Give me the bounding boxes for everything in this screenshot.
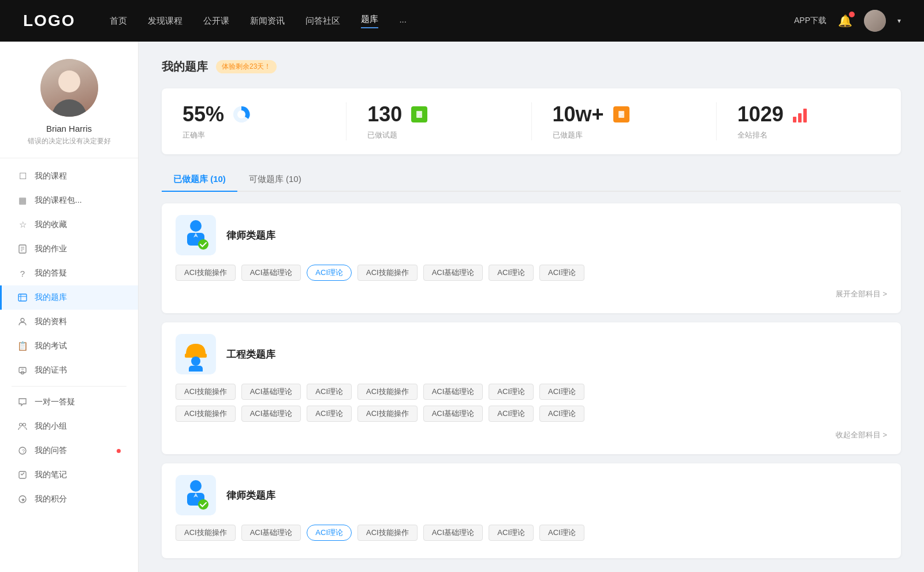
app-download-button[interactable]: APP下载 <box>794 16 826 26</box>
avatar[interactable] <box>864 10 886 32</box>
tag-item[interactable]: ACI理论 <box>539 406 584 422</box>
profile-name: Brian Harris <box>46 124 92 133</box>
tab-available-banks[interactable]: 可做题库 (10) <box>237 168 313 191</box>
logo[interactable]: LOGO <box>23 12 75 30</box>
stat-top: 1029 <box>737 102 811 127</box>
sidebar-item-my-group[interactable]: 我的小组 <box>0 414 138 439</box>
sidebar-item-my-homework[interactable]: 我的作业 <box>0 237 138 261</box>
tag-item[interactable]: ACI理论 <box>539 265 584 281</box>
qbank-header: 律师类题库 <box>176 215 887 255</box>
stat-site-rank: 1029 全站排名 <box>717 102 901 140</box>
svg-point-31 <box>198 239 208 250</box>
sidebar-item-my-favorites[interactable]: ☆ 我的收藏 <box>0 213 138 237</box>
tag-item[interactable]: ACI基础理论 <box>241 525 301 541</box>
nav-qbank[interactable]: 题库 <box>361 14 378 28</box>
tag-item[interactable]: ACI基础理论 <box>423 384 483 400</box>
chevron-down-icon[interactable]: ▾ <box>897 17 901 25</box>
svg-text:★: ★ <box>21 497 25 503</box>
trial-badge: 体验剩余23天！ <box>216 60 277 73</box>
notification-dot <box>117 449 121 453</box>
file-icon: ☐ <box>17 171 28 181</box>
nav-discover[interactable]: 发现课程 <box>148 16 182 27</box>
tag-item-active[interactable]: ACI理论 <box>307 265 352 281</box>
sidebar-item-my-packages[interactable]: ▦ 我的课程包... <box>0 188 138 213</box>
tag-item[interactable]: ACI理论 <box>539 384 584 400</box>
question-circle-icon: ? <box>17 268 28 278</box>
stat-label: 已做试题 <box>367 130 397 140</box>
svg-point-28 <box>190 220 202 232</box>
star-icon: ☆ <box>17 220 28 230</box>
expand-link-1[interactable]: 展开全部科目 > <box>176 287 887 302</box>
tag-item[interactable]: ACI基础理论 <box>241 406 301 422</box>
tag-item[interactable]: ACI技能操作 <box>357 406 418 422</box>
sidebar-item-one-on-one[interactable]: 一对一答疑 <box>0 390 138 414</box>
stat-top: 10w+ <box>553 102 632 127</box>
notification-bell[interactable]: 🔔 <box>838 14 852 28</box>
tag-item[interactable]: ACI技能操作 <box>176 265 236 281</box>
sidebar-item-my-cert[interactable]: 我的证书 <box>0 358 138 382</box>
tag-item-active[interactable]: ACI理论 <box>307 525 352 541</box>
tag-item[interactable]: ACI基础理论 <box>423 406 483 422</box>
tag-item[interactable]: ACI基础理论 <box>241 265 301 281</box>
nav-open-course[interactable]: 公开课 <box>203 16 229 27</box>
tag-item[interactable]: ACI理论 <box>489 384 534 400</box>
tag-item[interactable]: ACI理论 <box>489 265 534 281</box>
stat-top: 130 <box>367 102 430 127</box>
stat-value: 55% <box>182 102 224 127</box>
navbar: LOGO 首页 发现课程 公开课 新闻资讯 问答社区 题库 ··· APP下载 … <box>0 0 924 42</box>
stats-row: 55% 正确率 130 <box>162 88 901 154</box>
tag-item[interactable]: ACI理论 <box>307 406 352 422</box>
tab-done-banks[interactable]: 已做题库 (10) <box>162 168 237 191</box>
tag-item[interactable]: ACI技能操作 <box>176 525 236 541</box>
stat-done-banks: 10w+ 已做题库 <box>532 102 717 140</box>
nav-news[interactable]: 新闻资讯 <box>250 16 285 27</box>
expand-link-2[interactable]: 收起全部科目 > <box>176 428 887 443</box>
tag-item[interactable]: ACI基础理论 <box>423 525 483 541</box>
sidebar-item-label: 我的课程 <box>35 171 121 181</box>
nav-menu: 首页 发现课程 公开课 新闻资讯 问答社区 题库 ··· <box>110 14 794 28</box>
sidebar-item-label: 我的积分 <box>35 494 121 504</box>
tag-item[interactable]: ACI技能操作 <box>176 384 236 400</box>
sidebar-item-my-qbank[interactable]: 我的题库 <box>0 285 138 310</box>
notes-icon <box>17 470 28 480</box>
profile-motto: 错误的决定比没有决定要好 <box>28 136 111 146</box>
nav-qa[interactable]: 问答社区 <box>305 16 340 27</box>
pie-chart-icon <box>231 104 252 125</box>
tag-item[interactable]: ACI基础理论 <box>423 265 483 281</box>
nav-more[interactable]: ··· <box>399 16 407 26</box>
tag-item[interactable]: ACI理论 <box>539 525 584 541</box>
sidebar-item-my-profile[interactable]: 我的资料 <box>0 310 138 334</box>
bar-chart-box <box>793 106 809 122</box>
tag-item[interactable]: ACI技能操作 <box>176 406 236 422</box>
tag-item[interactable]: ACI理论 <box>307 384 352 400</box>
stat-value: 10w+ <box>553 102 604 127</box>
sidebar-item-label: 我的题库 <box>35 292 121 303</box>
profile-avatar <box>40 59 98 117</box>
tag-item[interactable]: ACI技能操作 <box>357 384 418 400</box>
sidebar-item-my-qa[interactable]: ? 我的答疑 <box>0 261 138 285</box>
nav-home[interactable]: 首页 <box>110 16 127 27</box>
qbank-icon-lawyer-2 <box>176 475 216 515</box>
tag-item[interactable]: ACI理论 <box>489 525 534 541</box>
tag-item[interactable]: ACI技能操作 <box>357 525 418 541</box>
sidebar-item-my-notes[interactable]: 我的笔记 <box>0 463 138 487</box>
sidebar-item-label: 我的问答 <box>35 445 110 456</box>
stat-accuracy: 55% 正确率 <box>162 102 346 140</box>
sidebar-item-label: 我的收藏 <box>35 220 121 230</box>
doc-orange-icon <box>611 104 632 125</box>
main-content: 我的题库 体验剩余23天！ 55% 正确 <box>139 42 924 572</box>
sidebar-item-my-courses[interactable]: ☐ 我的课程 <box>0 164 138 188</box>
sidebar-item-my-points[interactable]: ★ 我的积分 <box>0 487 138 511</box>
tabs-row: 已做题库 (10) 可做题库 (10) <box>162 168 901 192</box>
svg-point-7 <box>21 318 24 322</box>
page-title: 我的题库 <box>162 59 208 75</box>
group-icon <box>17 421 28 432</box>
tag-item[interactable]: ACI理论 <box>489 406 534 422</box>
tag-item[interactable]: ACI技能操作 <box>357 265 418 281</box>
tag-item[interactable]: ACI基础理论 <box>241 384 301 400</box>
qbank-header: 工程类题库 <box>176 334 887 374</box>
svg-point-19 <box>237 110 245 118</box>
sidebar-item-my-exam[interactable]: 📋 我的考试 <box>0 334 138 358</box>
sidebar-item-label: 我的作业 <box>35 244 121 254</box>
sidebar-item-my-answers[interactable]: ? 我的问答 <box>0 439 138 463</box>
